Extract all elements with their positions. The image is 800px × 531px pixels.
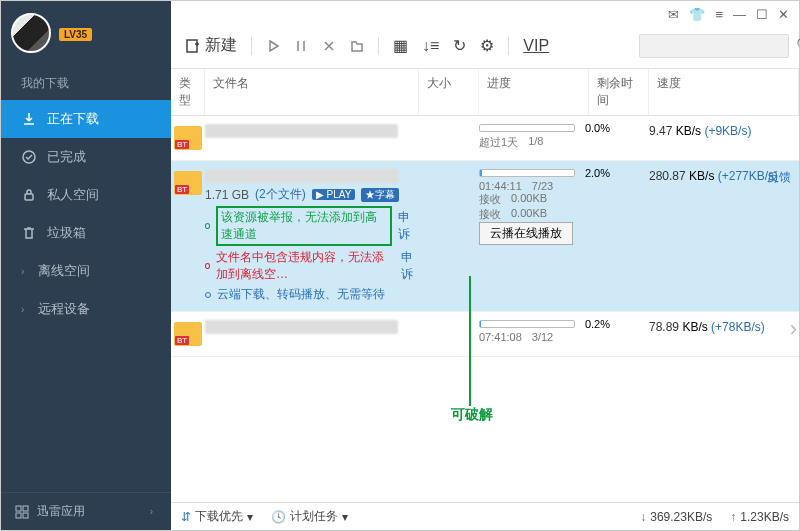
- error-message: 文件名中包含违规内容，无法添加到离线空…: [216, 249, 395, 283]
- column-headers: 类型 文件名 大小 进度 剩余时间 速度: [171, 69, 799, 116]
- col-size[interactable]: 大小: [419, 69, 479, 115]
- col-type[interactable]: 类型: [171, 69, 205, 115]
- download-row-selected[interactable]: 1.71 GB (2个文件) ▶ PLAY ★字幕 该资源被举报，无法添加到高速…: [171, 161, 799, 312]
- chevron-right-icon: ›: [21, 266, 24, 277]
- chevron-right-icon: ›: [150, 506, 153, 517]
- nav-label: 已完成: [47, 148, 86, 166]
- svg-rect-2: [16, 506, 21, 511]
- upload-speed[interactable]: ↑1.23KB/s: [730, 510, 789, 524]
- search-box[interactable]: 🔍: [639, 34, 789, 58]
- svg-rect-5: [23, 513, 28, 518]
- svg-rect-3: [23, 506, 28, 511]
- progress-bar: 0.2%: [479, 320, 575, 328]
- bt-folder-icon: [174, 322, 202, 346]
- download-speed[interactable]: ↓369.23KB/s: [640, 510, 712, 524]
- download-icon: [21, 111, 37, 127]
- filename-blurred: [205, 124, 398, 138]
- appeal-link[interactable]: 申诉: [401, 249, 419, 283]
- sidebar-item-offline[interactable]: › 离线空间: [1, 252, 171, 290]
- grid-view-button[interactable]: ▦: [389, 32, 412, 59]
- status-dot: [205, 263, 210, 269]
- nav-label: 垃圾箱: [47, 224, 86, 242]
- footer-label: 迅雷应用: [37, 503, 85, 520]
- expand-panel-button[interactable]: ›: [790, 316, 797, 342]
- close-button[interactable]: ✕: [778, 7, 789, 22]
- download-list: 0.0% 超过1天1/8 9.47 KB/s (+9KB/s) 1.71 GB: [171, 116, 799, 502]
- svg-rect-4: [16, 513, 21, 518]
- filename-blurred: [205, 169, 398, 183]
- search-icon[interactable]: 🔍: [796, 36, 800, 55]
- pause-button[interactable]: [290, 35, 312, 57]
- vip-link[interactable]: VIP: [519, 33, 553, 59]
- cloud-play-button[interactable]: 云播在线播放: [479, 222, 573, 245]
- sidebar-footer[interactable]: 迅雷应用 ›: [1, 492, 171, 530]
- skin-icon[interactable]: 👕: [689, 7, 705, 22]
- svg-rect-1: [25, 194, 33, 200]
- search-input[interactable]: [646, 39, 796, 53]
- sidebar-item-downloading[interactable]: 正在下载: [1, 100, 171, 138]
- cloud-info[interactable]: 云端下载、转码播放、无需等待: [217, 286, 385, 303]
- filename-blurred: [205, 320, 398, 334]
- level-badge: LV35: [59, 28, 92, 41]
- play-badge[interactable]: ▶ PLAY: [312, 189, 356, 200]
- apps-icon: [15, 505, 29, 519]
- toolbar: 新建 ▦ ↓≡ ↻ ⚙ VIP 🔍: [171, 27, 799, 69]
- chevron-right-icon: ›: [21, 304, 24, 315]
- annotated-message: 该资源被举报，无法添加到高速通道: [216, 206, 392, 246]
- progress-bar: 2.0%: [479, 169, 575, 177]
- files-link[interactable]: (2个文件): [255, 186, 306, 203]
- appeal-link[interactable]: 申诉: [398, 209, 419, 243]
- nav-label: 离线空间: [38, 262, 90, 280]
- minimize-button[interactable]: —: [733, 7, 746, 22]
- nav-label: 远程设备: [38, 300, 90, 318]
- col-speed[interactable]: 速度: [649, 69, 799, 115]
- avatar[interactable]: [11, 13, 51, 53]
- download-row[interactable]: 0.2% 07:41:083/12 78.89 KB/s (+78KB/s): [171, 312, 799, 357]
- svg-rect-6: [187, 40, 197, 52]
- nav: 我的下载 正在下载 已完成 私人空间 垃圾箱 › 离线空间 ›: [1, 65, 171, 492]
- download-priority-toggle[interactable]: ⇵下载优先▾: [181, 508, 253, 525]
- lock-icon: [21, 187, 37, 203]
- sidebar: LV35 我的下载 正在下载 已完成 私人空间 垃圾箱 ›: [1, 1, 171, 530]
- refresh-button[interactable]: ↻: [449, 32, 470, 59]
- titlebar: ✉ 👕 ≡ — ☐ ✕: [171, 1, 799, 27]
- download-row[interactable]: 0.0% 超过1天1/8 9.47 KB/s (+9KB/s): [171, 116, 799, 161]
- new-button[interactable]: 新建: [181, 31, 241, 60]
- status-dot: [205, 223, 210, 229]
- settings-button[interactable]: ⚙: [476, 32, 498, 59]
- sidebar-item-remote[interactable]: › 远程设备: [1, 290, 171, 328]
- subtitle-badge[interactable]: ★字幕: [361, 188, 399, 202]
- maximize-button[interactable]: ☐: [756, 7, 768, 22]
- nav-title: 我的下载: [1, 65, 171, 100]
- statusbar: ⇵下载优先▾ 🕓计划任务▾ ↓369.23KB/s ↑1.23KB/s: [171, 502, 799, 530]
- profile: LV35: [1, 1, 171, 65]
- menu-icon[interactable]: ≡: [715, 7, 723, 22]
- delete-button[interactable]: [318, 35, 340, 57]
- status-dot: [205, 292, 211, 298]
- col-remain[interactable]: 剩余时间: [589, 69, 649, 115]
- open-folder-button[interactable]: [346, 35, 368, 57]
- mail-icon[interactable]: ✉: [668, 7, 679, 22]
- main: ✉ 👕 ≡ — ☐ ✕ 新建 ▦ ↓≡ ↻ ⚙ VIP: [171, 1, 799, 530]
- warning-message: 该资源被举报，无法添加到高速通道: [221, 209, 387, 243]
- bt-folder-icon: [174, 126, 202, 150]
- trash-icon: [21, 225, 37, 241]
- sidebar-item-trash[interactable]: 垃圾箱: [1, 214, 171, 252]
- bt-folder-icon: [174, 171, 202, 195]
- sidebar-item-completed[interactable]: 已完成: [1, 138, 171, 176]
- nav-label: 正在下载: [47, 110, 99, 128]
- feedback-link[interactable]: 反馈: [767, 169, 791, 186]
- col-progress[interactable]: 进度: [479, 69, 589, 115]
- annotation-line: [469, 276, 471, 406]
- start-button[interactable]: [262, 35, 284, 57]
- sort-button[interactable]: ↓≡: [418, 33, 443, 59]
- col-name[interactable]: 文件名: [205, 69, 419, 115]
- check-icon: [21, 149, 37, 165]
- annotation-text: 可破解: [451, 406, 493, 424]
- scheduled-tasks[interactable]: 🕓计划任务▾: [271, 508, 348, 525]
- progress-bar: 0.0%: [479, 124, 575, 132]
- sidebar-item-private[interactable]: 私人空间: [1, 176, 171, 214]
- nav-label: 私人空间: [47, 186, 99, 204]
